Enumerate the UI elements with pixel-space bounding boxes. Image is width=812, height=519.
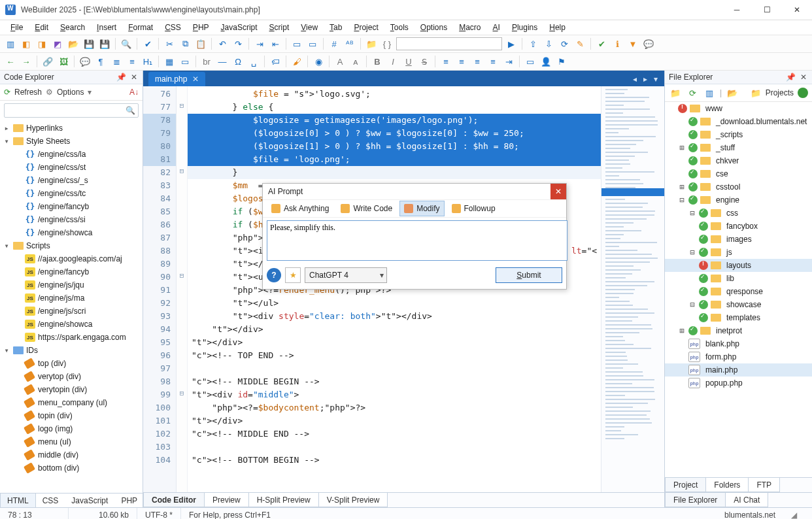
dialog-close-button[interactable]: ✕: [550, 184, 566, 199]
tree-item[interactable]: logo (img): [0, 422, 143, 435]
options-label[interactable]: Options: [57, 88, 84, 97]
code-explorer-search[interactable]: 🔍: [4, 103, 139, 118]
tree-item[interactable]: {}/engine/css/si: [0, 213, 143, 226]
code-explorer-tree[interactable]: ▸Hyperlinks▾Style Sheets{}/engine/css/la…: [0, 120, 143, 493]
font-big-icon[interactable]: A: [333, 55, 347, 68]
tree-item[interactable]: verytopin (div): [0, 383, 143, 396]
tab-next-icon[interactable]: ▸: [643, 75, 647, 84]
lang-tab-php[interactable]: PHP: [114, 494, 144, 507]
cut-icon[interactable]: ✂: [163, 37, 176, 50]
folder-icon[interactable]: 📁: [365, 37, 378, 50]
indent-icon[interactable]: ⇥: [253, 37, 266, 50]
bold-icon[interactable]: B: [371, 55, 384, 68]
outdent-icon[interactable]: ⇤: [269, 37, 282, 50]
refresh-icon[interactable]: ⟳: [4, 88, 10, 97]
side-tab-ai-chat[interactable]: AI Chat: [725, 493, 768, 507]
italic-icon[interactable]: I: [386, 55, 399, 68]
file-tree-item[interactable]: www: [665, 102, 812, 115]
right-tab-ftp[interactable]: FTP: [748, 478, 780, 492]
file-tree-item[interactable]: ⊟engine: [665, 193, 812, 207]
br-icon[interactable]: br: [200, 55, 213, 68]
tab-menu-icon[interactable]: ▾: [654, 75, 658, 84]
search-icon[interactable]: 🔍: [120, 37, 133, 50]
menu-view[interactable]: View: [296, 22, 323, 33]
file-tree-item[interactable]: ⊞inetprot: [665, 324, 812, 337]
help-button[interactable]: ?: [267, 268, 281, 282]
menu-plugins[interactable]: Plugins: [507, 22, 543, 33]
download-icon[interactable]: ⇩: [542, 37, 555, 50]
tree-item[interactable]: JS/engine/fancyb: [0, 265, 143, 278]
status-resize-grip[interactable]: ◢: [783, 508, 812, 519]
file-tree-item[interactable]: ⊞_stuff: [665, 141, 812, 154]
new-css-icon[interactable]: ◨: [35, 37, 48, 50]
ai-prompt-input[interactable]: [267, 220, 567, 261]
close-panel-icon[interactable]: ✕: [799, 73, 808, 82]
tree-group[interactable]: ▾IDs: [0, 344, 143, 357]
list-ol-icon[interactable]: ≡: [126, 55, 139, 68]
maximize-button[interactable]: ☐: [752, 0, 782, 20]
close-button[interactable]: ✕: [782, 0, 812, 20]
gear-icon[interactable]: ⚙: [46, 88, 53, 97]
abc-icon[interactable]: ᴬᴮ: [343, 37, 356, 50]
tree-group[interactable]: ▾Scripts: [0, 239, 143, 252]
open-folder-icon[interactable]: 📂: [726, 86, 739, 99]
menu-javascript[interactable]: JavaScript: [216, 22, 263, 33]
hr-icon[interactable]: —: [216, 55, 229, 68]
font-small-icon[interactable]: ᴀ: [349, 55, 362, 68]
pin-icon[interactable]: 📌: [116, 73, 126, 82]
globe-icon[interactable]: [798, 88, 808, 98]
sync-icon[interactable]: ⟳: [558, 37, 571, 50]
lang-tab-html[interactable]: HTML: [0, 494, 36, 508]
file-tree-item[interactable]: phpmain.php: [665, 363, 812, 377]
file-tree-item[interactable]: phppopup.php: [665, 377, 812, 390]
open-icon[interactable]: 📂: [67, 37, 80, 50]
file-tree-item[interactable]: lib: [665, 272, 812, 285]
person-icon[interactable]: 👤: [539, 55, 552, 68]
file-tree-item[interactable]: ⊟js: [665, 246, 812, 259]
lang-tab-css[interactable]: CSS: [36, 494, 65, 507]
side-tab-file-explorer[interactable]: File Explorer: [665, 493, 726, 507]
tree-item[interactable]: JS/engine/js/ma: [0, 292, 143, 305]
tree-item[interactable]: topin (div): [0, 409, 143, 422]
image-icon[interactable]: 🖼: [57, 55, 70, 68]
undo-icon[interactable]: ↶: [216, 37, 229, 50]
tree-item[interactable]: top (div): [0, 357, 143, 370]
refresh-tree-icon[interactable]: ⟳: [686, 86, 699, 99]
redo-icon[interactable]: ↷: [231, 37, 245, 50]
align-right-icon[interactable]: ≡: [471, 55, 484, 68]
filter-icon[interactable]: ▼: [626, 37, 639, 50]
tree-item[interactable]: verytop (div): [0, 370, 143, 383]
projects-button[interactable]: 📁 Projects: [749, 86, 794, 99]
tree-item[interactable]: {}/engine/css/st: [0, 161, 143, 174]
hash-icon[interactable]: #: [328, 37, 341, 50]
menu-search[interactable]: Search: [55, 22, 90, 33]
paste-icon[interactable]: 📋: [194, 37, 207, 50]
tree-item[interactable]: {}/engine/css/_s: [0, 174, 143, 187]
minimap[interactable]: [601, 86, 664, 492]
menu-edit[interactable]: Edit: [29, 22, 54, 33]
underline-icon[interactable]: U: [402, 55, 415, 68]
tree-item[interactable]: {}/engine/fancyb: [0, 200, 143, 213]
file-tree-item[interactable]: _download.blumentals.net: [665, 115, 812, 128]
check-icon[interactable]: ✔: [595, 37, 608, 50]
tab-prev-icon[interactable]: ◂: [633, 75, 637, 84]
menu-tab[interactable]: Tab: [324, 22, 347, 33]
file-tree-item[interactable]: ⊞csstool: [665, 180, 812, 193]
tree-item[interactable]: {}/engine/css/tc: [0, 187, 143, 200]
table-icon[interactable]: ▦: [163, 55, 176, 68]
file-tree-item[interactable]: ⊟css: [665, 207, 812, 220]
tree-item[interactable]: bottom (div): [0, 461, 143, 475]
ask-anything-button[interactable]: Ask Anything: [267, 201, 333, 216]
editor-tab-v-split-preview[interactable]: V-Split Preview: [318, 493, 388, 507]
tab-close-icon[interactable]: ✕: [192, 75, 199, 84]
tab-main-php[interactable]: main.php ✕: [148, 72, 205, 86]
minimize-button[interactable]: ─: [722, 0, 752, 20]
comment-icon[interactable]: 💬: [78, 55, 92, 68]
form-icon[interactable]: ▭: [178, 55, 192, 68]
upload-icon[interactable]: ⇧: [526, 37, 539, 50]
arrow-left-icon[interactable]: ←: [4, 55, 17, 68]
space-icon[interactable]: ␣: [247, 55, 260, 68]
close-panel-icon[interactable]: ✕: [129, 73, 139, 82]
new-html-icon[interactable]: ◧: [20, 37, 33, 50]
pin-icon[interactable]: 📌: [786, 73, 795, 82]
